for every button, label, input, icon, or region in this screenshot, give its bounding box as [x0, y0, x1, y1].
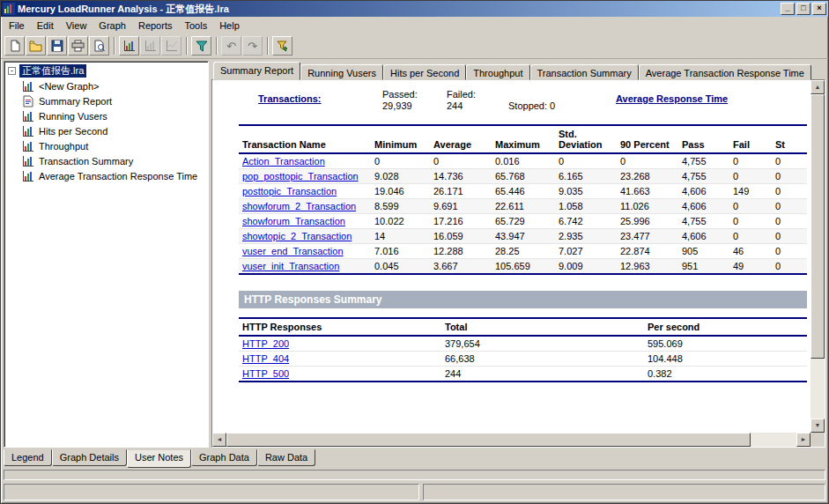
menu-item-view[interactable]: View	[60, 19, 93, 33]
transactions-header-link[interactable]: Transactions:	[239, 93, 382, 104]
vertical-scroll-thumb[interactable]	[810, 94, 825, 359]
close-button[interactable]: ×	[812, 3, 826, 15]
transaction-link[interactable]: pop_posttopic_Transaction	[242, 171, 359, 182]
bottom-tab-legend[interactable]: Legend	[4, 449, 52, 466]
tree-item-average-transaction-response-time[interactable]: Average Transaction Response Time	[6, 168, 206, 183]
transaction-link[interactable]: showtopic_2_Transaction	[242, 231, 352, 241]
scroll-right-icon[interactable]: ►	[796, 433, 810, 447]
transaction-link[interactable]: vuser_init_Transaction	[242, 261, 339, 271]
column-header-90-percent: 90 Percent	[617, 125, 678, 153]
status-panel-right	[423, 484, 825, 500]
stopped-summary: Stopped: 0	[508, 100, 616, 112]
tab-average-transaction-response-time[interactable]: Average Transaction Response Time	[639, 64, 811, 80]
tree-item-throughput[interactable]: Throughput	[6, 138, 206, 153]
undo-button[interactable]: ↶	[221, 36, 241, 56]
horizontal-scroll-track[interactable]	[226, 433, 796, 447]
menu-item-file[interactable]: File	[3, 19, 31, 33]
http-responses-table: HTTP ResponsesTotalPer second HTTP_20037…	[239, 317, 807, 382]
global-filter-button[interactable]	[272, 36, 292, 56]
new-graph-button[interactable]	[119, 36, 139, 56]
average-response-time-link[interactable]: Average Response Time	[616, 93, 807, 104]
scroll-down-icon[interactable]: ▼	[810, 419, 825, 433]
tree-item-running-vusers[interactable]: Running Vusers	[6, 108, 206, 123]
tree-item-hits-per-second[interactable]: Hits per Second	[6, 123, 206, 138]
transaction-link[interactable]: posttopic_Transaction	[242, 186, 337, 196]
tree-item-transaction-summary[interactable]: Transaction Summary	[6, 153, 206, 168]
toolbar: ↶ ↷	[1, 33, 828, 59]
transaction-row: vuser_end_Transaction7.01612.28828.257.0…	[239, 244, 807, 259]
save-button[interactable]	[47, 36, 67, 56]
redo-button[interactable]: ↷	[242, 36, 263, 56]
column-header-average: Average	[430, 125, 492, 153]
main-panel: Summary ReportRunning VusersHits per Sec…	[211, 61, 825, 448]
http-response-link[interactable]: HTTP_200	[242, 338, 289, 349]
horizontal-scroll-thumb[interactable]	[226, 433, 751, 447]
graph-icon	[22, 110, 35, 122]
http-response-link[interactable]: HTTP_404	[242, 353, 289, 364]
tab-hits-per-second[interactable]: Hits per Second	[383, 64, 466, 80]
tree-root-item[interactable]: -正常值报告.lra	[6, 63, 206, 78]
http-response-link[interactable]: HTTP_500	[242, 368, 289, 379]
tab-throughput[interactable]: Throughput	[466, 64, 529, 80]
report-content: Transactions: Passed: 29,939 Failed: 244…	[212, 80, 810, 433]
new-button[interactable]	[4, 36, 25, 56]
column-header-transaction-name: Transaction Name	[239, 125, 371, 153]
notes-panel	[4, 470, 825, 480]
overlay-graph-button[interactable]	[161, 36, 181, 56]
http-row: HTTP_5002440.382	[239, 367, 807, 382]
open-button[interactable]	[26, 36, 46, 56]
tab-transaction-summary[interactable]: Transaction Summary	[530, 64, 639, 80]
column-header-st: St	[772, 125, 807, 153]
bottom-tab-graph-details[interactable]: Graph Details	[52, 449, 127, 466]
transaction-link[interactable]: Action_Transaction	[242, 156, 325, 167]
bottom-tab-raw-data[interactable]: Raw Data	[257, 449, 315, 466]
filter-button[interactable]	[191, 36, 211, 56]
report-icon	[22, 95, 35, 107]
passed-label: Passed:	[382, 89, 447, 100]
menu-item-graph[interactable]: Graph	[93, 19, 132, 33]
horizontal-scrollbar[interactable]: ◄ ►	[212, 433, 810, 447]
toolbar-separator	[216, 37, 218, 55]
failed-summary: Failed: 244	[447, 89, 508, 112]
tab-running-vusers[interactable]: Running Vusers	[300, 64, 383, 80]
tree-item-summary-report[interactable]: Summary Report	[6, 93, 206, 108]
transaction-link[interactable]: showforum_2_Transaction	[242, 201, 356, 211]
column-header-total: Total	[441, 318, 644, 336]
bottom-tab-graph-data[interactable]: Graph Data	[191, 449, 257, 466]
column-header-maximum: Maximum	[492, 125, 555, 153]
menu-item-help[interactable]: Help	[213, 19, 246, 33]
failed-label: Failed:	[447, 89, 508, 100]
merge-graph-button[interactable]	[140, 36, 160, 56]
summary-strip: Transactions: Passed: 29,939 Failed: 244…	[239, 85, 807, 112]
window-title: Mercury LoadRunner Analysis - 正常值报告.lra	[18, 3, 779, 16]
column-header-minimum: Minimum	[371, 125, 430, 153]
status-panel-left	[4, 484, 419, 500]
vertical-scrollbar[interactable]: ▲ ▼	[810, 80, 825, 433]
minimize-button[interactable]: _	[781, 3, 795, 15]
menu-item-reports[interactable]: Reports	[132, 19, 179, 33]
http-row: HTTP_40466,638104.448	[239, 352, 807, 367]
tree-collapse-icon[interactable]: -	[8, 67, 16, 75]
status-bar	[1, 482, 828, 503]
transaction-link[interactable]: vuser_end_Transaction	[242, 246, 344, 256]
graph-icon	[22, 170, 35, 182]
print-preview-button[interactable]	[89, 36, 109, 56]
menu-bar: FileEditViewGraphReportsToolsHelp	[1, 17, 828, 33]
tab-summary-report[interactable]: Summary Report	[213, 62, 300, 80]
transaction-link[interactable]: showforum_Transaction	[242, 216, 345, 226]
print-button[interactable]	[68, 36, 88, 56]
http-table-head: HTTP ResponsesTotalPer second	[239, 318, 807, 336]
graph-icon	[22, 125, 35, 137]
scroll-left-icon[interactable]: ◄	[212, 433, 226, 447]
maximize-button[interactable]: □	[796, 3, 810, 15]
tree-container: -正常值报告.lra<New Graph>Summary ReportRunni…	[6, 63, 206, 183]
passed-summary: Passed: 29,939	[382, 89, 447, 112]
scroll-up-icon[interactable]: ▲	[810, 80, 825, 94]
menu-item-tools[interactable]: Tools	[178, 19, 213, 33]
menu-item-edit[interactable]: Edit	[31, 19, 60, 33]
vertical-scroll-track[interactable]	[810, 94, 825, 419]
column-header-per-second: Per second	[644, 318, 807, 336]
tree-item-new-graph[interactable]: <New Graph>	[6, 78, 206, 93]
tree-root-label: 正常值报告.lra	[19, 64, 86, 78]
bottom-tab-user-notes[interactable]: User Notes	[127, 449, 191, 468]
